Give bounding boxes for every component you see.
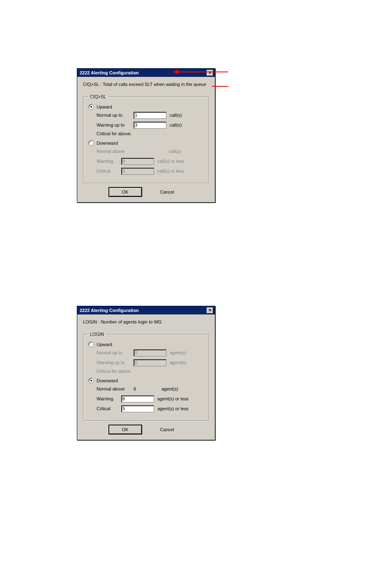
critical-down-input [121,168,154,175]
normal-above-unit: agent(s) [161,386,178,391]
critical-down-label: Critical [97,169,121,173]
upward-radio-row[interactable]: Upward [88,104,204,110]
normal-up-to-input[interactable] [134,112,166,119]
normal-above-label: Normal above [97,149,134,154]
warning-down-label: Warning [97,159,121,164]
cancel-button[interactable]: Cancel [151,425,184,434]
titlebar[interactable]: 2222 Alerting Configuration ✕ [77,306,215,314]
warning-down-input[interactable] [121,395,154,402]
window-title: 2222 Alerting Configuration [80,308,139,313]
warning-down-unit: agent(s) or less [157,396,189,401]
warning-down-unit: call(s) or less [157,159,184,164]
warning-up-to-label: Warning up to [97,360,134,365]
description-text: CIQ>SL : Total of calls exceed SLT when … [83,82,209,87]
normal-above-value: 8 [134,386,158,391]
downward-radio[interactable] [88,140,94,146]
downward-radio[interactable] [88,378,94,384]
critical-for-above-label: Critical for above. [97,369,204,374]
critical-down-unit: call(s) or less [157,169,184,173]
normal-up-to-label: Normal up to [97,113,134,118]
window-title: 2222 Alerting Configuration [80,70,139,75]
description-text: LOGIN : Number of agents login to WG [83,319,209,324]
warning-up-to-unit: call(s) [170,122,182,127]
upward-radio-row[interactable]: Upward [88,342,204,347]
critical-for-above-label: Critical for above. [97,131,204,136]
alerting-config-dialog-login: 2222 Alerting Configuration ✕ LOGIN : Nu… [77,306,215,440]
login-group: LOGIN Upward Normal up to agent(s) Warni… [83,332,209,421]
annotation-arrow-icon [173,69,179,74]
downward-radio-row[interactable]: Downward [88,140,204,146]
ciqsl-group: CIQ>SL Upward Normal up to call(s) Warni… [83,94,209,183]
warning-down-input [121,158,154,165]
upward-radio[interactable] [88,104,94,110]
downward-radio-row[interactable]: Downward [88,378,204,384]
critical-down-label: Critical [97,406,121,411]
upward-radio[interactable] [88,342,94,347]
warning-down-label: Warning [97,396,121,401]
normal-up-to-label: Normal up to [97,350,134,355]
titlebar[interactable]: 2222 Alerting Configuration ✕ [77,69,215,77]
normal-above-unit: call(s) [169,149,181,154]
annotation-line [212,86,228,87]
downward-radio-label: Downward [97,378,118,383]
group-legend: CIQ>SL [88,94,108,99]
critical-down-input[interactable] [121,405,154,412]
warning-up-to-input[interactable] [134,122,166,129]
normal-up-to-unit: agent(s) [170,350,186,355]
annotation-line [179,72,228,72]
ok-button[interactable]: OK [109,187,142,196]
normal-above-label: Normal above [97,386,134,391]
upward-radio-label: Upward [97,104,112,109]
normal-up-to-unit: call(s) [170,113,182,118]
close-icon[interactable]: ✕ [207,70,213,76]
warning-up-to-unit: agent(s) [170,360,186,365]
alerting-config-dialog-ciqsl: 2222 Alerting Configuration ✕ CIQ>SL : T… [77,68,215,203]
group-legend: LOGIN [88,332,106,337]
ok-button[interactable]: OK [109,425,142,434]
normal-up-to-input [134,349,166,356]
warning-up-to-input [134,359,166,366]
downward-radio-label: Downward [97,141,118,146]
close-icon[interactable]: ✕ [207,307,213,314]
warning-up-to-label: Warning up to [97,122,134,127]
upward-radio-label: Upward [97,342,112,347]
critical-down-unit: agent(s) or less [157,406,189,411]
cancel-button[interactable]: Cancel [151,187,184,196]
